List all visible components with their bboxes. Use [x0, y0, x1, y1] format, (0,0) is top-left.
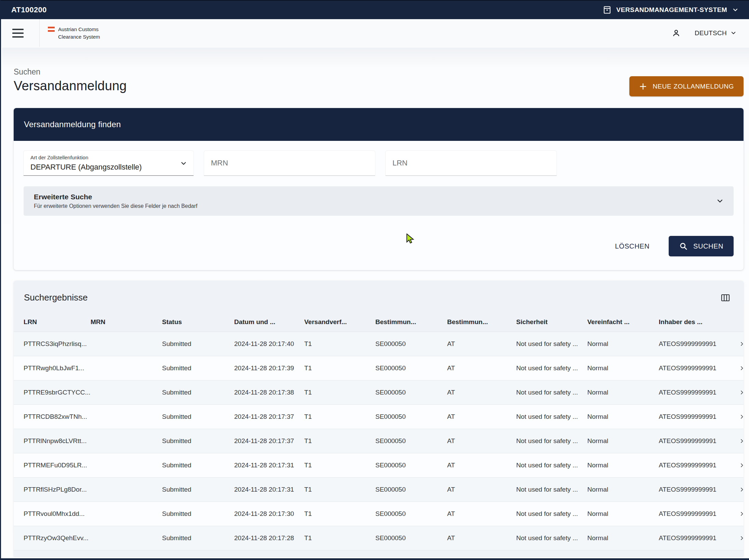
cell-simplified: Normal [587, 389, 659, 396]
language-label: DEUTSCH [695, 29, 727, 37]
cell-destination-office: SE000050 [375, 510, 447, 518]
brand-logo: Austrian Customs Clearance System [48, 26, 100, 41]
cell-simplified: Normal [587, 534, 659, 542]
bottom-edge [1, 558, 749, 560]
brand-line2: Clearance System [58, 33, 100, 41]
cell-holder: ATEOS9999999991 [659, 413, 726, 421]
table-row[interactable]: PTTRE9sbrGCTYCC... Submitted 2024-11-28 … [14, 381, 744, 405]
column-settings-icon[interactable] [721, 294, 730, 302]
advanced-search-expander[interactable]: Erweiterte Suche Für erweiterte Optionen… [24, 186, 734, 216]
table-row[interactable]: PTTRflSHzPLg8Dor... Submitted 2024-11-28… [14, 478, 744, 502]
cell-destination-country: AT [447, 462, 516, 469]
office-role-label: Art der Zollstellenfunktion [30, 155, 187, 160]
system-switcher-label: VERSANDMANAGEMENT-SYSTEM [616, 6, 727, 14]
cell-destination-office: SE000050 [375, 437, 447, 445]
cell-datetime: 2024-11-28 20:17:40 [234, 340, 304, 348]
cell-security: Not used for safety ... [516, 413, 587, 421]
cell-holder: ATEOS9999999991 [659, 486, 726, 493]
column-header[interactable]: Inhaber des ... [659, 318, 726, 326]
cell-simplified: Normal [587, 413, 659, 421]
cell-lrn: PTTRE9sbrGCTYCC... [24, 389, 91, 396]
cell-datetime: 2024-11-28 20:17:39 [234, 364, 304, 372]
chevron-right-icon[interactable] [739, 510, 744, 518]
menu-hamburger-icon[interactable] [12, 27, 24, 40]
chevron-right-icon[interactable] [739, 486, 744, 493]
search-icon [679, 242, 688, 251]
cell-status: Submitted [162, 413, 234, 421]
mrn-field-wrap [204, 151, 375, 176]
search-card: Versandanmeldung finden Art der Zollstel… [14, 108, 744, 270]
cell-security: Not used for safety ... [516, 510, 587, 518]
cell-destination-country: AT [447, 510, 516, 518]
cell-datetime: 2024-11-28 20:17:31 [234, 462, 304, 469]
divider [39, 19, 40, 47]
chevron-right-icon[interactable] [739, 413, 744, 421]
cell-status: Submitted [162, 389, 234, 396]
cell-lrn: PTTRCDB82xwTNh... [24, 413, 91, 421]
chevron-right-icon[interactable] [739, 340, 744, 348]
language-selector[interactable]: DEUTSCH [695, 29, 737, 37]
cell-destination-country: AT [447, 340, 516, 348]
clear-button[interactable]: LÖSCHEN [613, 239, 652, 254]
top-bar: AT100200 VERSANDMANAGEMENT-SYSTEM [1, 1, 749, 19]
table-row[interactable]: PTTRCS3iqPhzrlisq... Submitted 2024-11-2… [14, 332, 744, 356]
new-declaration-label: NEUE ZOLLANMELDUNG [653, 83, 734, 90]
search-button-label: SUCHEN [693, 242, 723, 250]
user-account-icon[interactable] [671, 28, 681, 38]
cell-simplified: Normal [587, 462, 659, 469]
advanced-search-title: Erweiterte Suche [34, 193, 197, 201]
new-declaration-button[interactable]: NEUE ZOLLANMELDUNG [629, 76, 744, 96]
cell-procedure: T1 [304, 437, 375, 445]
column-header[interactable]: Status [162, 318, 234, 326]
system-switcher[interactable]: VERSANDMANAGEMENT-SYSTEM [603, 5, 739, 14]
cell-destination-office: SE000050 [375, 486, 447, 493]
main-content: Suchen Versandanmeldung NEUE ZOLLANMELDU… [2, 48, 749, 560]
chevron-right-icon[interactable] [739, 437, 744, 445]
search-button[interactable]: SUCHEN [669, 236, 734, 256]
chevron-right-icon[interactable] [739, 389, 744, 396]
cell-simplified: Normal [587, 486, 659, 493]
column-header[interactable]: MRN [91, 318, 162, 326]
cell-lrn: PTTRzyOw3QehEvv... [24, 534, 91, 542]
cell-destination-country: AT [447, 389, 516, 396]
cell-holder: ATEOS9999999991 [659, 364, 726, 372]
cell-procedure: T1 [304, 534, 375, 542]
column-header[interactable]: Vereinfacht ... [587, 318, 659, 326]
cell-destination-country: AT [447, 364, 516, 372]
page-header: Suchen Versandanmeldung NEUE ZOLLANMELDU… [2, 48, 749, 96]
app-window: AT100200 VERSANDMANAGEMENT-SYSTEM Austri [0, 0, 749, 560]
cell-destination-office: SE000050 [375, 389, 447, 396]
brand-line1: Austrian Customs [58, 26, 100, 33]
cell-lrn: PTTRvoul0Mhx1dd... [24, 510, 91, 518]
cell-holder: ATEOS9999999991 [659, 340, 726, 348]
cell-holder: ATEOS9999999991 [659, 389, 726, 396]
results-title: Suchergebnisse [24, 292, 88, 303]
cell-security: Not used for safety ... [516, 462, 587, 469]
cell-procedure: T1 [304, 462, 375, 469]
office-role-select[interactable]: Art der Zollstellenfunktion DEPARTURE (A… [24, 151, 193, 176]
table-row[interactable]: PTTRCDB82xwTNh... Submitted 2024-11-28 2… [14, 405, 744, 429]
lrn-input[interactable] [386, 151, 557, 175]
cell-status: Submitted [162, 437, 234, 445]
table-row[interactable]: PTTRlNnpw8cLVRtt... Submitted 2024-11-28… [14, 429, 744, 453]
chevron-right-icon[interactable] [739, 364, 744, 372]
cell-datetime: 2024-11-28 20:17:37 [234, 437, 304, 445]
app-bar: Austrian Customs Clearance System DEUTSC… [1, 19, 749, 47]
cell-status: Submitted [162, 534, 234, 542]
chevron-right-icon[interactable] [739, 534, 744, 542]
column-header[interactable]: Versandverf... [304, 318, 375, 326]
table-row[interactable]: PTTRzyOw3QehEvv... Submitted 2024-11-28 … [14, 526, 744, 550]
cell-datetime: 2024-11-28 20:17:38 [234, 389, 304, 396]
column-header[interactable]: Datum und ... [234, 318, 304, 326]
table-row[interactable]: PTTRMEFu0D95LR... Submitted 2024-11-28 2… [14, 453, 744, 478]
chevron-right-icon[interactable] [739, 462, 744, 469]
cell-holder: ATEOS9999999991 [659, 437, 726, 445]
mrn-input[interactable] [204, 151, 375, 175]
column-header[interactable]: Bestimmun... [447, 318, 516, 326]
table-row[interactable]: PTTRwgh0LbJwF1... Submitted 2024-11-28 2… [14, 356, 744, 381]
column-header[interactable]: Sicherheit [516, 318, 587, 326]
column-header[interactable]: LRN [24, 318, 91, 326]
page-title: Versandanmeldung [14, 79, 127, 93]
table-row[interactable]: PTTRvoul0Mhx1dd... Submitted 2024-11-28 … [14, 502, 744, 526]
column-header[interactable]: Bestimmun... [375, 318, 447, 326]
